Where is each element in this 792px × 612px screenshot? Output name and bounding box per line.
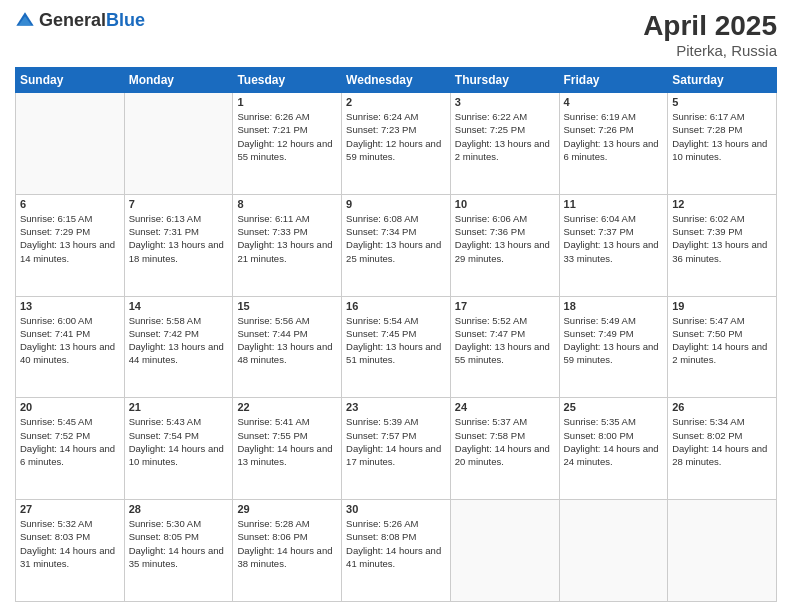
day-info: Sunrise: 5:32 AM Sunset: 8:03 PM Dayligh…	[20, 517, 120, 570]
day-number: 27	[20, 503, 120, 515]
calendar-cell: 7Sunrise: 6:13 AM Sunset: 7:31 PM Daylig…	[124, 194, 233, 296]
col-sunday: Sunday	[16, 68, 125, 93]
calendar-cell: 1Sunrise: 6:26 AM Sunset: 7:21 PM Daylig…	[233, 93, 342, 195]
calendar-cell: 15Sunrise: 5:56 AM Sunset: 7:44 PM Dayli…	[233, 296, 342, 398]
title-month: April 2025	[643, 10, 777, 42]
day-info: Sunrise: 5:52 AM Sunset: 7:47 PM Dayligh…	[455, 314, 555, 367]
day-number: 11	[564, 198, 664, 210]
day-info: Sunrise: 5:54 AM Sunset: 7:45 PM Dayligh…	[346, 314, 446, 367]
col-monday: Monday	[124, 68, 233, 93]
day-info: Sunrise: 5:56 AM Sunset: 7:44 PM Dayligh…	[237, 314, 337, 367]
calendar-cell	[16, 93, 125, 195]
calendar-cell: 27Sunrise: 5:32 AM Sunset: 8:03 PM Dayli…	[16, 500, 125, 602]
day-info: Sunrise: 5:47 AM Sunset: 7:50 PM Dayligh…	[672, 314, 772, 367]
calendar-cell: 19Sunrise: 5:47 AM Sunset: 7:50 PM Dayli…	[668, 296, 777, 398]
calendar-cell: 13Sunrise: 6:00 AM Sunset: 7:41 PM Dayli…	[16, 296, 125, 398]
day-info: Sunrise: 6:11 AM Sunset: 7:33 PM Dayligh…	[237, 212, 337, 265]
day-info: Sunrise: 6:06 AM Sunset: 7:36 PM Dayligh…	[455, 212, 555, 265]
calendar-cell: 23Sunrise: 5:39 AM Sunset: 7:57 PM Dayli…	[342, 398, 451, 500]
day-number: 5	[672, 96, 772, 108]
day-number: 10	[455, 198, 555, 210]
calendar-cell: 6Sunrise: 6:15 AM Sunset: 7:29 PM Daylig…	[16, 194, 125, 296]
day-number: 21	[129, 401, 229, 413]
day-info: Sunrise: 5:34 AM Sunset: 8:02 PM Dayligh…	[672, 415, 772, 468]
calendar-cell: 21Sunrise: 5:43 AM Sunset: 7:54 PM Dayli…	[124, 398, 233, 500]
week-row-1: 6Sunrise: 6:15 AM Sunset: 7:29 PM Daylig…	[16, 194, 777, 296]
col-wednesday: Wednesday	[342, 68, 451, 93]
calendar-cell: 30Sunrise: 5:26 AM Sunset: 8:08 PM Dayli…	[342, 500, 451, 602]
day-number: 14	[129, 300, 229, 312]
calendar-cell: 29Sunrise: 5:28 AM Sunset: 8:06 PM Dayli…	[233, 500, 342, 602]
day-number: 28	[129, 503, 229, 515]
day-info: Sunrise: 5:41 AM Sunset: 7:55 PM Dayligh…	[237, 415, 337, 468]
day-number: 6	[20, 198, 120, 210]
calendar-table: Sunday Monday Tuesday Wednesday Thursday…	[15, 67, 777, 602]
day-number: 15	[237, 300, 337, 312]
calendar-cell: 14Sunrise: 5:58 AM Sunset: 7:42 PM Dayli…	[124, 296, 233, 398]
calendar-cell: 3Sunrise: 6:22 AM Sunset: 7:25 PM Daylig…	[450, 93, 559, 195]
col-tuesday: Tuesday	[233, 68, 342, 93]
day-info: Sunrise: 5:58 AM Sunset: 7:42 PM Dayligh…	[129, 314, 229, 367]
day-info: Sunrise: 6:02 AM Sunset: 7:39 PM Dayligh…	[672, 212, 772, 265]
day-info: Sunrise: 6:13 AM Sunset: 7:31 PM Dayligh…	[129, 212, 229, 265]
calendar-cell: 20Sunrise: 5:45 AM Sunset: 7:52 PM Dayli…	[16, 398, 125, 500]
day-number: 29	[237, 503, 337, 515]
day-info: Sunrise: 5:28 AM Sunset: 8:06 PM Dayligh…	[237, 517, 337, 570]
calendar-cell: 25Sunrise: 5:35 AM Sunset: 8:00 PM Dayli…	[559, 398, 668, 500]
logo-blue: Blue	[106, 10, 145, 30]
calendar-cell	[668, 500, 777, 602]
col-saturday: Saturday	[668, 68, 777, 93]
calendar-cell: 12Sunrise: 6:02 AM Sunset: 7:39 PM Dayli…	[668, 194, 777, 296]
calendar-cell: 10Sunrise: 6:06 AM Sunset: 7:36 PM Dayli…	[450, 194, 559, 296]
calendar-cell: 16Sunrise: 5:54 AM Sunset: 7:45 PM Dayli…	[342, 296, 451, 398]
calendar-cell: 11Sunrise: 6:04 AM Sunset: 7:37 PM Dayli…	[559, 194, 668, 296]
calendar-cell: 5Sunrise: 6:17 AM Sunset: 7:28 PM Daylig…	[668, 93, 777, 195]
calendar-cell: 2Sunrise: 6:24 AM Sunset: 7:23 PM Daylig…	[342, 93, 451, 195]
calendar-cell	[450, 500, 559, 602]
day-info: Sunrise: 5:45 AM Sunset: 7:52 PM Dayligh…	[20, 415, 120, 468]
day-info: Sunrise: 5:37 AM Sunset: 7:58 PM Dayligh…	[455, 415, 555, 468]
day-number: 23	[346, 401, 446, 413]
day-number: 17	[455, 300, 555, 312]
week-row-3: 20Sunrise: 5:45 AM Sunset: 7:52 PM Dayli…	[16, 398, 777, 500]
calendar-cell: 22Sunrise: 5:41 AM Sunset: 7:55 PM Dayli…	[233, 398, 342, 500]
day-number: 18	[564, 300, 664, 312]
day-info: Sunrise: 6:19 AM Sunset: 7:26 PM Dayligh…	[564, 110, 664, 163]
header: GeneralBlue April 2025 Piterka, Russia	[15, 10, 777, 59]
week-row-4: 27Sunrise: 5:32 AM Sunset: 8:03 PM Dayli…	[16, 500, 777, 602]
day-number: 19	[672, 300, 772, 312]
col-thursday: Thursday	[450, 68, 559, 93]
logo-text: GeneralBlue	[39, 10, 145, 31]
calendar-cell: 28Sunrise: 5:30 AM Sunset: 8:05 PM Dayli…	[124, 500, 233, 602]
week-row-0: 1Sunrise: 6:26 AM Sunset: 7:21 PM Daylig…	[16, 93, 777, 195]
calendar-cell	[124, 93, 233, 195]
day-info: Sunrise: 6:08 AM Sunset: 7:34 PM Dayligh…	[346, 212, 446, 265]
logo-general: General	[39, 10, 106, 30]
page: GeneralBlue April 2025 Piterka, Russia S…	[0, 0, 792, 612]
day-number: 7	[129, 198, 229, 210]
col-friday: Friday	[559, 68, 668, 93]
calendar-cell: 9Sunrise: 6:08 AM Sunset: 7:34 PM Daylig…	[342, 194, 451, 296]
calendar-cell: 26Sunrise: 5:34 AM Sunset: 8:02 PM Dayli…	[668, 398, 777, 500]
day-number: 12	[672, 198, 772, 210]
day-info: Sunrise: 5:30 AM Sunset: 8:05 PM Dayligh…	[129, 517, 229, 570]
day-number: 22	[237, 401, 337, 413]
day-info: Sunrise: 6:22 AM Sunset: 7:25 PM Dayligh…	[455, 110, 555, 163]
day-info: Sunrise: 5:35 AM Sunset: 8:00 PM Dayligh…	[564, 415, 664, 468]
calendar-cell	[559, 500, 668, 602]
day-number: 4	[564, 96, 664, 108]
logo: GeneralBlue	[15, 10, 145, 31]
day-info: Sunrise: 6:24 AM Sunset: 7:23 PM Dayligh…	[346, 110, 446, 163]
day-info: Sunrise: 6:17 AM Sunset: 7:28 PM Dayligh…	[672, 110, 772, 163]
day-info: Sunrise: 6:26 AM Sunset: 7:21 PM Dayligh…	[237, 110, 337, 163]
week-row-2: 13Sunrise: 6:00 AM Sunset: 7:41 PM Dayli…	[16, 296, 777, 398]
day-info: Sunrise: 6:00 AM Sunset: 7:41 PM Dayligh…	[20, 314, 120, 367]
day-number: 24	[455, 401, 555, 413]
calendar-cell: 24Sunrise: 5:37 AM Sunset: 7:58 PM Dayli…	[450, 398, 559, 500]
calendar-cell: 18Sunrise: 5:49 AM Sunset: 7:49 PM Dayli…	[559, 296, 668, 398]
day-info: Sunrise: 5:49 AM Sunset: 7:49 PM Dayligh…	[564, 314, 664, 367]
day-number: 16	[346, 300, 446, 312]
day-number: 9	[346, 198, 446, 210]
calendar-cell: 17Sunrise: 5:52 AM Sunset: 7:47 PM Dayli…	[450, 296, 559, 398]
calendar-cell: 4Sunrise: 6:19 AM Sunset: 7:26 PM Daylig…	[559, 93, 668, 195]
